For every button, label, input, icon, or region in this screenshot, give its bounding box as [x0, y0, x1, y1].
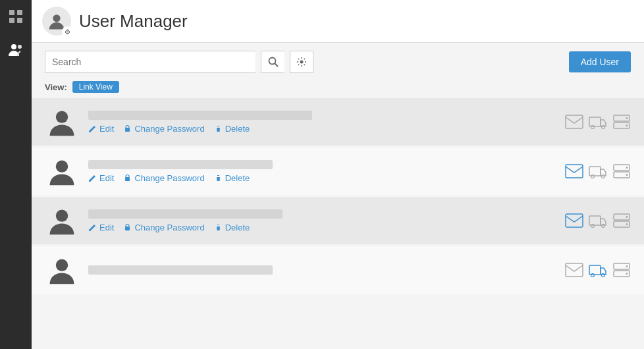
avatar: [45, 105, 79, 139]
sidebar: [0, 0, 32, 349]
avatar: [45, 154, 79, 188]
sidebar-grid-icon[interactable]: [5, 5, 27, 31]
svg-point-30: [56, 209, 68, 221]
user-info: [88, 265, 556, 275]
mail-icon[interactable]: [565, 213, 583, 228]
svg-rect-32: [566, 214, 583, 227]
mail-icon[interactable]: [565, 263, 583, 277]
link-view-badge[interactable]: Link View: [72, 81, 119, 93]
svg-rect-31: [125, 227, 130, 230]
search-settings-button[interactable]: [290, 51, 313, 73]
user-icon-group: [565, 213, 631, 228]
avatar: [45, 253, 79, 287]
svg-rect-3: [17, 18, 22, 23]
svg-point-29: [626, 174, 628, 176]
user-actions: Edit Change Password Delete: [88, 124, 556, 134]
header-icon: ⚙: [42, 7, 71, 36]
svg-point-48: [626, 273, 628, 275]
toolbar: Add User: [32, 43, 644, 81]
svg-rect-12: [566, 115, 583, 128]
user-info: Edit Change Password Delete: [88, 160, 556, 183]
user-actions: Edit Change Password Delete: [88, 173, 556, 183]
server-icon[interactable]: [612, 263, 631, 277]
delete-link[interactable]: Delete: [214, 124, 250, 134]
table-row: Edit Change Password Delete: [32, 98, 644, 148]
user-name-blurred: [88, 209, 282, 219]
server-icon[interactable]: [612, 164, 631, 178]
gear-badge-icon: ⚙: [62, 26, 72, 37]
truck-icon[interactable]: [589, 164, 607, 178]
change-password-link[interactable]: Change Password: [123, 223, 204, 232]
svg-rect-22: [566, 165, 583, 178]
user-list: Edit Change Password Delete: [32, 98, 644, 349]
svg-rect-42: [589, 265, 601, 275]
delete-link[interactable]: Delete: [214, 223, 250, 232]
user-actions: Edit Change Password Delete: [88, 223, 556, 232]
sidebar-users-icon[interactable]: [3, 38, 28, 67]
user-name-blurred: [88, 265, 273, 275]
svg-rect-2: [9, 18, 14, 23]
truck-icon[interactable]: [589, 263, 607, 277]
page-header: ⚙ User Manager: [32, 0, 644, 43]
search-input[interactable]: [45, 51, 255, 73]
svg-point-18: [626, 117, 628, 119]
avatar: [45, 203, 79, 238]
svg-point-19: [626, 124, 628, 126]
svg-point-28: [626, 167, 628, 169]
edit-link[interactable]: Edit: [88, 173, 114, 183]
mail-icon[interactable]: [565, 164, 583, 178]
svg-point-40: [56, 259, 68, 271]
page-title: User Manager: [79, 11, 188, 32]
svg-point-47: [626, 265, 628, 267]
svg-rect-11: [125, 128, 130, 132]
svg-rect-0: [9, 10, 14, 15]
svg-rect-1: [17, 10, 22, 15]
svg-rect-21: [125, 177, 130, 181]
search-button[interactable]: [261, 51, 284, 73]
svg-point-6: [53, 14, 60, 22]
table-row: [32, 246, 644, 296]
user-info: Edit Change Password Delete: [88, 209, 556, 232]
user-icon-group: [565, 263, 631, 277]
svg-point-5: [18, 45, 22, 49]
svg-point-10: [56, 111, 68, 122]
delete-link[interactable]: Delete: [214, 173, 250, 183]
edit-link[interactable]: Edit: [88, 124, 114, 134]
view-label: View:: [45, 82, 67, 92]
svg-rect-13: [589, 117, 601, 126]
svg-point-7: [269, 58, 275, 65]
mail-icon[interactable]: [565, 115, 583, 129]
svg-point-4: [11, 44, 16, 49]
main-content: ⚙ User Manager Add User View: Link View: [32, 0, 644, 349]
svg-line-8: [275, 64, 278, 67]
user-icon-group: [565, 115, 631, 129]
truck-icon[interactable]: [589, 213, 607, 228]
add-user-button[interactable]: Add User: [569, 51, 631, 72]
table-row: Edit Change Password Delete: [32, 148, 644, 197]
svg-rect-41: [566, 263, 583, 277]
server-icon[interactable]: [612, 213, 631, 228]
view-bar: View: Link View: [32, 81, 644, 98]
svg-point-9: [300, 61, 304, 64]
svg-point-38: [626, 216, 628, 218]
change-password-link[interactable]: Change Password: [123, 124, 204, 134]
edit-link[interactable]: Edit: [88, 223, 114, 232]
server-icon[interactable]: [612, 115, 631, 129]
user-name-blurred: [88, 111, 312, 120]
change-password-link[interactable]: Change Password: [123, 173, 204, 183]
svg-point-20: [56, 160, 68, 172]
table-row: Edit Change Password Delete: [32, 197, 644, 246]
svg-point-39: [626, 223, 628, 225]
truck-icon[interactable]: [589, 115, 607, 129]
svg-rect-23: [589, 167, 601, 176]
user-name-blurred: [88, 160, 273, 169]
user-icon-group: [565, 164, 631, 178]
svg-rect-33: [589, 216, 601, 225]
user-info: Edit Change Password Delete: [88, 111, 556, 134]
